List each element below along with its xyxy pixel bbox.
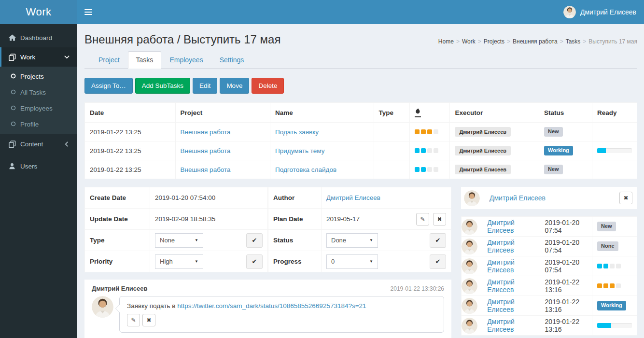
activity-user-link[interactable]: Дмитрий Елисеев	[487, 258, 515, 274]
table-row[interactable]: 2019-01-22 13:25 Внешняя работа Придумат…	[85, 141, 637, 160]
comment-text: Заявку подать в	[127, 302, 177, 310]
task-project-link[interactable]: Внешняя работа	[181, 128, 231, 136]
assigned-executor-card: Дмитрий Елисеев ✖	[461, 187, 637, 209]
tab-employees[interactable]: Employees	[161, 51, 211, 69]
toolbar: Assign To… Add SubTasks Edit Move Delete	[84, 78, 637, 94]
chevron-down-icon	[63, 53, 70, 61]
pencil-icon: ✎	[131, 317, 136, 324]
sidebar-item-all-tasks[interactable]: All Tasks	[0, 84, 77, 100]
content-area: Внешняя работа / Выступить 17 мая Home>W…	[77, 24, 644, 338]
navbar: Дмитрий Елисеев	[77, 0, 644, 24]
comment-edit-button[interactable]: ✎	[127, 314, 140, 326]
circle-icon	[11, 73, 16, 80]
task-project-link[interactable]: Внешняя работа	[181, 166, 231, 173]
activity-row: Дмитрий Елисеев 2019-01-20 07:54	[462, 256, 637, 276]
chevron-left-icon	[63, 140, 70, 148]
activity-time: 2019-01-20 07:54	[540, 256, 592, 276]
activity-user-link[interactable]: Дмитрий Елисеев	[487, 219, 515, 234]
comment-delete-button[interactable]: ✖	[142, 314, 155, 326]
caret-icon: ▼	[369, 259, 373, 264]
add-subtasks-button[interactable]: Add SubTasks	[135, 78, 190, 94]
sidebar-item-content[interactable]: Content	[0, 134, 77, 154]
close-icon: ✖	[623, 195, 628, 201]
edit-button[interactable]: Edit	[193, 78, 217, 94]
priority-apply-button[interactable]: ✔	[246, 254, 263, 269]
executor-badge: Дмитрий Елисеев	[455, 127, 511, 137]
activity-avatar	[462, 239, 477, 254]
user-menu[interactable]: Дмитрий Елисеев	[556, 0, 644, 24]
activity-avatar	[462, 278, 477, 294]
sidebar-item-profile[interactable]: Profile	[0, 116, 77, 132]
task-name-link[interactable]: Придумать тему	[275, 147, 324, 155]
tab-bar: Project Tasks Employees Settings	[84, 51, 637, 69]
breadcrumb-project[interactable]: Внешняя работа	[513, 38, 558, 45]
type-apply-button[interactable]: ✔	[246, 233, 263, 248]
priority-select[interactable]: High ▼	[155, 254, 203, 269]
task-name-link[interactable]: Подать заявку	[275, 128, 319, 136]
activity-row: Дмитрий Елисеев 2019-01-20 07:54 None	[462, 237, 637, 256]
activity-table: Дмитрий Елисеев 2019-01-20 07:54 New Дми…	[461, 216, 637, 336]
move-button[interactable]: Move	[220, 78, 249, 94]
executor-link[interactable]: Дмитрий Елисеев	[490, 194, 546, 202]
activity-avatar	[462, 258, 477, 274]
activity-user-link[interactable]: Дмитрий Елисеев	[487, 298, 515, 313]
priority-label: Priority	[85, 251, 150, 272]
plan-date-clear-button[interactable]: ✖	[433, 213, 446, 225]
activity-user-link[interactable]: Дмитрий Елисеев	[487, 239, 515, 254]
tab-settings[interactable]: Settings	[211, 51, 252, 69]
activity-row: Дмитрий Елисеев 2019-01-22 13:16	[462, 276, 637, 296]
breadcrumb-work[interactable]: Work	[462, 38, 476, 45]
activity-time: 2019-01-22 13:16	[540, 276, 592, 296]
status-badge: Working	[544, 146, 573, 155]
activity-user-link[interactable]: Дмитрий Елисеев	[487, 318, 515, 333]
plan-date-edit-button[interactable]: ✎	[416, 213, 429, 225]
activity-user-link[interactable]: Дмитрий Елисеев	[487, 278, 515, 294]
column-header-type: Type	[374, 103, 410, 123]
tasks-tbody: 2019-01-22 13:25 Внешняя работа Подать з…	[85, 123, 637, 179]
sidebar-item-dashboard[interactable]: Dashboard	[0, 28, 77, 47]
task-date: 2019-01-22 13:25	[85, 123, 176, 141]
home-icon	[8, 34, 16, 42]
avatar	[462, 298, 477, 314]
sidebar: Dashboard Work Projects All	[0, 24, 77, 338]
table-row[interactable]: 2019-01-22 13:25 Внешняя работа Подготов…	[85, 160, 637, 179]
sidebar-item-employees[interactable]: Employees	[0, 100, 77, 116]
breadcrumb-tasks[interactable]: Tasks	[566, 38, 581, 45]
activity-avatar	[462, 298, 477, 314]
sidebar-item-work[interactable]: Work	[0, 47, 77, 67]
column-header-name: Name	[270, 103, 374, 123]
delete-button[interactable]: Delete	[252, 78, 284, 94]
priority-sort-link[interactable]	[415, 108, 421, 117]
progress-select[interactable]: 0 ▼	[326, 254, 378, 269]
task-project-link[interactable]: Внешняя работа	[181, 147, 231, 155]
user-avatar	[563, 6, 576, 18]
executor-badge: Дмитрий Елисеев	[455, 165, 511, 174]
progress-apply-button[interactable]: ✔	[430, 254, 446, 269]
assign-to-button[interactable]: Assign To…	[84, 78, 133, 94]
progress-label: Progress	[268, 251, 322, 272]
pencil-icon: ✎	[420, 216, 425, 223]
sidebar-item-projects[interactable]: Projects	[0, 69, 77, 84]
tab-tasks[interactable]: Tasks	[128, 51, 162, 69]
activity-row: Дмитрий Елисеев 2019-01-22 13:16	[462, 316, 637, 336]
activity-time: 2019-01-20 07:54	[540, 237, 592, 256]
priority-dots	[415, 167, 438, 172]
author-link[interactable]: Дмитрий Елисеев	[326, 194, 380, 201]
person-icon	[8, 162, 16, 170]
task-name-link[interactable]: Подготовка слайдов	[275, 166, 336, 173]
breadcrumb-projects[interactable]: Projects	[484, 38, 504, 45]
sidebar-item-users[interactable]: Users	[0, 156, 77, 176]
status-select[interactable]: Done ▼	[326, 233, 378, 248]
status-apply-button[interactable]: ✔	[430, 233, 446, 248]
comment-bubble: Заявку подать в https://twitter.com/sam_…	[119, 296, 444, 333]
breadcrumb-home[interactable]: Home	[438, 38, 454, 45]
app-logo[interactable]: Work	[0, 0, 77, 24]
comment-link[interactable]: https://twitter.com/sam_dark/status/1086…	[177, 302, 366, 310]
sidebar-toggle-button[interactable]	[77, 0, 99, 24]
circle-icon	[11, 105, 16, 112]
type-select[interactable]: None ▼	[155, 233, 203, 248]
revoke-executor-button[interactable]: ✖	[619, 192, 632, 204]
table-row[interactable]: 2019-01-22 13:25 Внешняя работа Подать з…	[85, 123, 637, 141]
activity-avatar	[462, 318, 477, 334]
tab-project[interactable]: Project	[90, 51, 128, 69]
